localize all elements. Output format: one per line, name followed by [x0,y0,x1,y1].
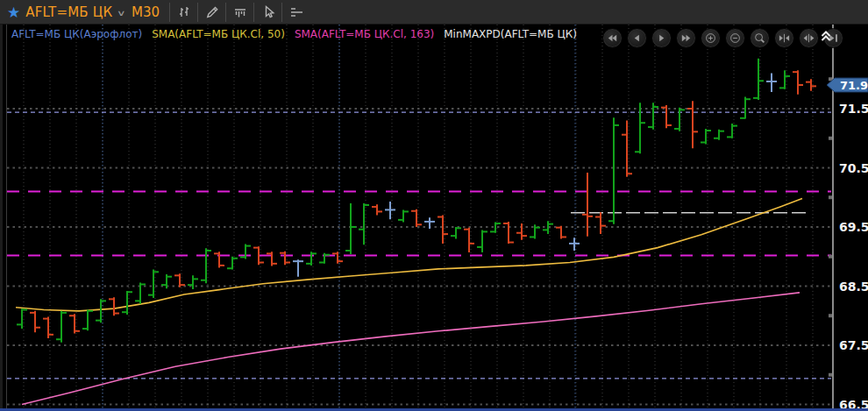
instrument-selector[interactable]: AFLT=МБ ЦК [25,4,112,20]
cursor-icon[interactable] [255,2,281,23]
current-price-value: 71.9 [840,79,868,92]
toolbar-separator [253,3,254,22]
toolbar-separator [281,3,282,22]
price-axis-label: 70.5 [839,161,868,175]
levels-icon[interactable] [283,2,309,23]
draw-pencil-icon[interactable] [199,2,224,23]
chart-legend: AFLT=МБ ЦК(Аэрофлот) SMA(AFLT=МБ ЦК.Cl, … [11,28,577,40]
legend-sma163: SMA(AFLT=МБ ЦК.Cl, 163) [295,28,434,40]
scroll-fast-right-button[interactable] [676,28,696,48]
toolbar-separator [169,3,170,22]
compress-scale-button[interactable] [774,28,794,48]
toolbar-separator [225,3,226,22]
trading-terminal-window: ★ AFLT=МБ ЦК ∨ M30 71.570.569.568.567.56… [0,0,868,411]
price-axis-label: 67.5 [839,338,868,352]
timeframe-selector[interactable]: M30 [132,4,160,20]
collapse-chevron-icon[interactable] [819,29,833,43]
price-axis-label: 69.5 [839,220,868,234]
chart-toolbar: ★ AFLT=МБ ЦК ∨ M30 [0,0,868,25]
zoom-in-button[interactable] [701,28,721,48]
scroll-left-button[interactable] [627,28,647,48]
scroll-right-button[interactable] [651,28,672,48]
chart-style-icon[interactable] [171,2,196,23]
chart-plot[interactable]: 71.570.569.568.567.566.571.9 [0,25,868,411]
zoom-out-button[interactable] [725,28,745,48]
chart-panel: 71.570.569.568.567.566.571.9 AFLT=МБ ЦК(… [0,25,868,411]
legend-minmaxpd: MinMAXPD(AFLT=МБ ЦК) [444,28,577,40]
chevron-down-icon[interactable]: ∨ [117,9,126,18]
price-axis-label: 68.5 [839,280,868,294]
toolbar-separator [197,3,198,22]
legend-instrument: AFLT=МБ ЦК(Аэрофлот) [11,28,142,40]
favorite-star-icon[interactable]: ★ [7,0,20,25]
scroll-fast-left-button[interactable] [602,28,623,48]
price-axis-label: 71.5 [839,102,868,116]
legend-sma50: SMA(AFLT=МБ ЦК.Cl, 50) [152,28,285,40]
indicator-icon[interactable] [227,2,253,23]
chart-nav-controls [602,28,843,48]
expand-scale-button[interactable] [799,28,819,48]
zoom-window-button[interactable] [750,28,770,48]
